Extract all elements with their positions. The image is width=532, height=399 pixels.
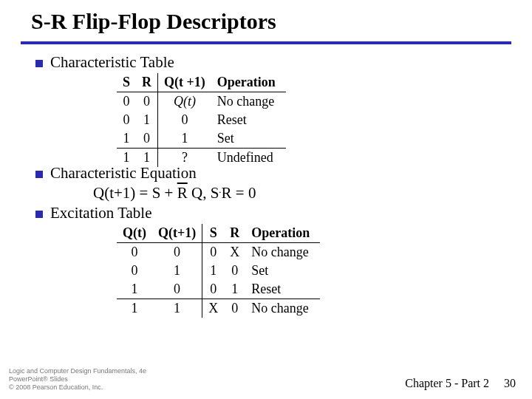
slide: S-R Flip-Flop Descriptors Characteristic… [0, 0, 532, 399]
table-row: 0 1 0 Reset [117, 111, 286, 129]
col-r: R [136, 73, 158, 92]
section-characteristic-table: Characteristic Table [35, 53, 511, 72]
table-row: 0 0 Q(t) No change [117, 92, 286, 112]
col-s: S [202, 224, 225, 243]
excitation-table: Q(t) Q(t+1) S R Operation 0 0 0 X No cha… [117, 224, 320, 318]
section-label: Excitation Table [50, 204, 152, 222]
col-qt: Q(t) [117, 224, 152, 243]
table-row: 0 1 1 0 Set [117, 262, 320, 280]
characteristic-table: S R Q(t +1) Operation 0 0 Q(t) No change… [117, 73, 286, 167]
section-label: Characteristic Table [50, 53, 174, 72]
chapter-label: Chapter 5 - Part 2 [405, 377, 489, 389]
characteristic-equation: Q(t+1) = S + R Q, S·R = 0 [93, 184, 511, 202]
bullet-icon [35, 171, 43, 178]
section-characteristic-equation: Characteristic Equation [35, 164, 511, 183]
slide-content: Characteristic Table S R Q(t +1) Operati… [0, 49, 532, 318]
table-row: 0 0 0 X No change [117, 243, 320, 262]
bullet-icon [35, 211, 43, 218]
attribution-text: Logic and Computer Design Fundamentals, … [9, 367, 146, 392]
page-number: 30 [504, 377, 516, 389]
col-qt1: Q(t+1) [152, 224, 202, 243]
title-rule [21, 41, 511, 44]
bullet-icon [35, 60, 43, 67]
table-row: 1 0 1 Set [117, 129, 286, 149]
section-excitation-table: Excitation Table [35, 204, 511, 222]
col-q: Q(t +1) [158, 73, 211, 92]
slide-title: S-R Flip-Flop Descriptors [0, 0, 532, 38]
col-op: Operation [211, 73, 286, 92]
footer: Chapter 5 - Part 2 30 [405, 377, 516, 390]
table-row: 1 1 X 0 No change [117, 299, 320, 318]
table-row: 1 0 0 1 Reset [117, 280, 320, 299]
section-label: Characteristic Equation [50, 164, 197, 183]
col-r: R [224, 224, 245, 243]
col-op: Operation [245, 224, 320, 243]
col-s: S [117, 73, 136, 92]
